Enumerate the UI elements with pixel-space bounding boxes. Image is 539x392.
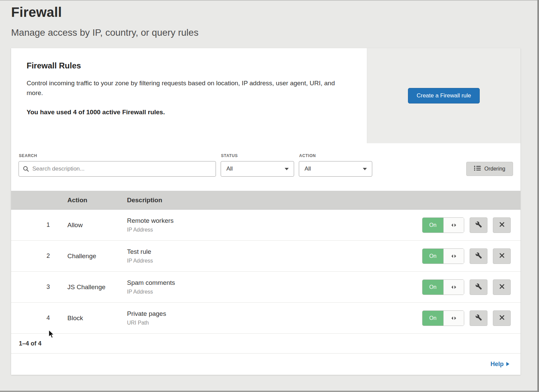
rule-number: 1: [11, 221, 67, 229]
toggle-arrows-icon[interactable]: [443, 249, 464, 264]
rule-match-type: URI Path: [127, 320, 422, 326]
wrench-icon: [475, 283, 482, 291]
rules-summary-text: Firewall Rules Control incoming traffic …: [11, 48, 367, 143]
rule-match-type: IP Address: [127, 289, 422, 295]
status-select[interactable]: All: [221, 161, 294, 177]
rule-number: 4: [11, 314, 67, 322]
rule-description-title: Private pages: [127, 310, 422, 318]
ordering-icon: [474, 165, 481, 172]
rule-toggle[interactable]: On: [422, 217, 464, 233]
page-title: Firewall: [11, 5, 539, 20]
rule-number: 2: [11, 252, 67, 260]
table-row: 1 Allow Remote workers IP Address On: [11, 210, 520, 241]
table-row: 4 Block Private pages URI Path On: [11, 303, 520, 334]
help-link[interactable]: Help: [490, 361, 509, 368]
delete-rule-button[interactable]: [493, 279, 511, 295]
help-arrow-icon: [506, 361, 509, 368]
rule-toggle[interactable]: On: [422, 279, 464, 295]
rule-toggle[interactable]: On: [422, 248, 464, 264]
wrench-icon: [475, 314, 482, 322]
edit-rule-button[interactable]: [470, 310, 487, 326]
close-icon: [499, 253, 505, 259]
rules-summary-section: Firewall Rules Control incoming traffic …: [11, 48, 520, 143]
search-icon: [23, 166, 29, 173]
search-input[interactable]: [19, 161, 216, 177]
rule-controls: On: [422, 310, 520, 326]
rule-description: Private pages URI Path: [127, 310, 422, 326]
wrench-icon: [475, 221, 482, 229]
table-row: 3 JS Challenge Spam comments IP Address …: [11, 272, 520, 303]
create-firewall-rule-button[interactable]: Create a Firewall rule: [408, 88, 480, 103]
rule-controls: On: [422, 279, 520, 295]
card-footer: Help: [11, 354, 520, 375]
column-header-action: Action: [67, 197, 127, 204]
toggle-arrows-icon[interactable]: [443, 311, 464, 326]
toggle-on-label[interactable]: On: [422, 311, 443, 326]
pagination-summary: 1–4 of 4: [11, 334, 520, 354]
rule-description-title: Remote workers: [127, 217, 422, 224]
edit-rule-button[interactable]: [470, 279, 487, 295]
rule-action: Challenge: [67, 252, 127, 260]
rule-description: Remote workers IP Address: [127, 217, 422, 233]
rule-description-title: Spam comments: [127, 279, 422, 287]
edit-rule-button[interactable]: [470, 248, 487, 264]
toggle-on-label[interactable]: On: [422, 249, 443, 264]
action-filter: ACTION All: [299, 153, 372, 177]
toggle-on-label[interactable]: On: [422, 218, 443, 233]
table-row: 2 Challenge Test rule IP Address On: [11, 241, 520, 272]
status-filter: STATUS All: [221, 153, 294, 177]
filters-bar: SEARCH STATUS All ACTION All: [11, 143, 520, 191]
rules-card-title: Firewall Rules: [27, 61, 351, 70]
rule-action: JS Challenge: [67, 283, 127, 291]
action-label: ACTION: [299, 153, 372, 158]
help-link-label: Help: [490, 361, 504, 368]
rules-card-description: Control incoming traffic to your zone by…: [27, 79, 347, 98]
search-label: SEARCH: [19, 153, 216, 158]
status-select-value: All: [226, 165, 233, 172]
rule-number: 3: [11, 283, 67, 291]
close-icon: [499, 222, 505, 228]
rule-description-title: Test rule: [127, 248, 422, 255]
chevron-down-icon: [362, 165, 367, 172]
rule-action: Block: [67, 314, 127, 322]
chevron-down-icon: [284, 165, 289, 172]
rule-description: Test rule IP Address: [127, 248, 422, 264]
rule-action: Allow: [67, 221, 127, 229]
edit-rule-button[interactable]: [470, 217, 487, 233]
rule-toggle[interactable]: On: [422, 310, 464, 326]
delete-rule-button[interactable]: [493, 248, 511, 264]
rule-match-type: IP Address: [127, 258, 422, 264]
rule-match-type: IP Address: [127, 227, 422, 233]
toggle-on-label[interactable]: On: [422, 280, 443, 295]
toggle-arrows-icon[interactable]: [443, 280, 464, 295]
close-icon: [499, 315, 505, 321]
delete-rule-button[interactable]: [493, 310, 511, 326]
rules-usage-count: You have used 4 of 1000 active Firewall …: [27, 109, 351, 116]
close-icon: [499, 284, 505, 290]
column-header-description: Description: [127, 197, 422, 204]
status-label: STATUS: [221, 153, 294, 158]
wrench-icon: [475, 252, 482, 260]
rule-controls: On: [422, 248, 520, 264]
create-rule-panel: Create a Firewall rule: [367, 48, 520, 143]
ordering-button[interactable]: Ordering: [466, 162, 513, 176]
firewall-rules-card: Firewall Rules Control incoming traffic …: [11, 48, 520, 375]
action-select[interactable]: All: [299, 161, 372, 177]
page-header: Firewall Manage access by IP, country, o…: [0, 0, 539, 38]
table-header: Action Description: [11, 191, 520, 210]
delete-rule-button[interactable]: [493, 217, 511, 233]
page-subtitle: Manage access by IP, country, or query r…: [11, 27, 539, 38]
search-filter: SEARCH: [19, 153, 216, 177]
toggle-arrows-icon[interactable]: [443, 218, 464, 233]
rule-controls: On: [422, 217, 520, 233]
rule-description: Spam comments IP Address: [127, 279, 422, 295]
ordering-button-label: Ordering: [484, 166, 505, 172]
action-select-value: All: [305, 165, 311, 172]
